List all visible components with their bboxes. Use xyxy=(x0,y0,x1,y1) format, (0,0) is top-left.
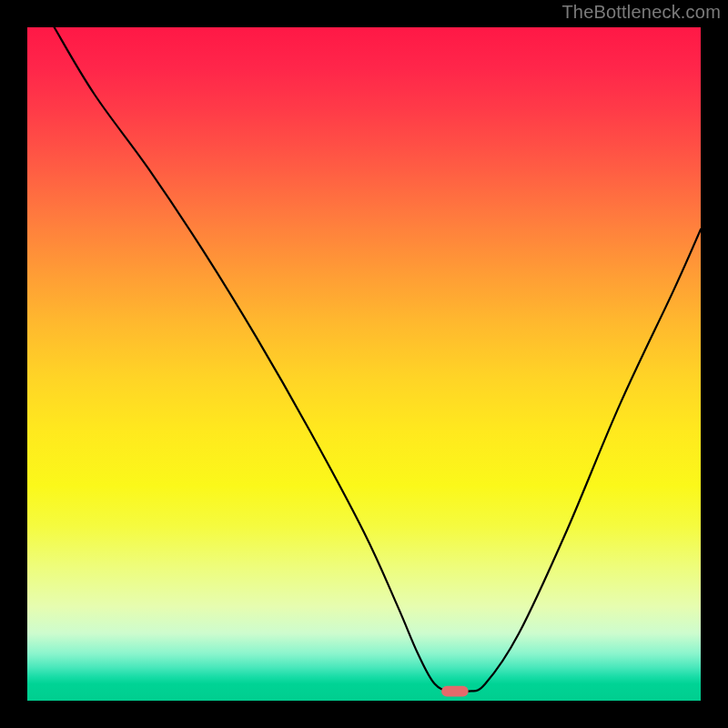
min-marker xyxy=(441,686,469,697)
attribution-label: TheBottleneck.com xyxy=(561,2,721,23)
chart-svg xyxy=(27,27,701,701)
series-line xyxy=(55,27,701,693)
chart-frame: TheBottleneck.com xyxy=(0,0,728,728)
plot-area xyxy=(27,27,701,701)
